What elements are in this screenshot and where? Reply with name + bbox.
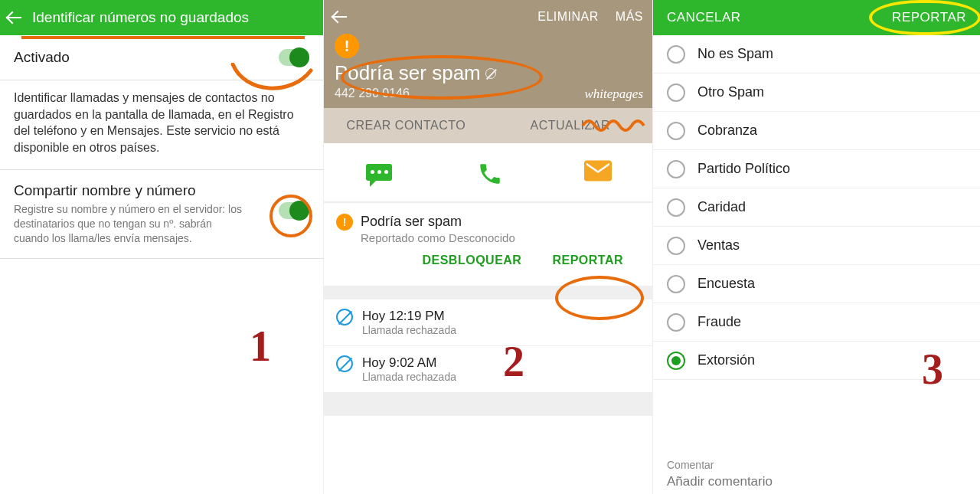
step-number-1: 1: [250, 322, 271, 371]
radio-icon: [667, 237, 685, 255]
report-button[interactable]: REPORTAR: [552, 254, 623, 267]
settings-panel: Identificar números no guardados Activad…: [0, 0, 324, 494]
provider-label: whitepages: [585, 87, 644, 102]
call-log-entry[interactable]: Hoy 9:02 AM Llamada rechazada: [324, 346, 652, 393]
report-panel: CANCELAR REPORTAR No es SpamOtro SpamCob…: [653, 0, 980, 494]
back-icon[interactable]: [8, 9, 24, 26]
settings-description: Identificar llamadas y mensajes de conta…: [0, 80, 323, 170]
call-log: Hoy 12:19 PM Llamada rechazada Hoy 9:02 …: [324, 299, 652, 393]
share-toggle[interactable]: [279, 202, 309, 219]
message-icon[interactable]: [364, 157, 394, 188]
spam-category-option[interactable]: Fraude: [653, 303, 980, 342]
spam-category-option[interactable]: No es Spam: [653, 35, 980, 74]
spam-category-option[interactable]: Partido Político: [653, 150, 980, 188]
call-log-entry[interactable]: Hoy 12:19 PM Llamada rechazada: [324, 299, 652, 346]
quick-actions: [324, 143, 652, 203]
divider: [324, 393, 652, 416]
update-button[interactable]: ACTUALIZAR: [488, 108, 653, 143]
radio-label: Partido Político: [697, 161, 790, 177]
spam-category-option[interactable]: Otro Spam: [653, 74, 980, 112]
radio-icon: [667, 45, 685, 64]
radio-icon: [667, 313, 685, 332]
share-row: Compartir nombre y número Registre su no…: [0, 170, 323, 259]
rejected-icon: [336, 355, 353, 372]
radio-label: Extorsión: [697, 352, 755, 368]
comment-input[interactable]: [667, 471, 966, 494]
radio-icon: [667, 275, 685, 293]
radio-label: Fraude: [697, 314, 741, 330]
spam-title-text: Podría ser spam: [335, 61, 481, 85]
share-description: Registre su nombre y número en el servid…: [14, 202, 243, 246]
radio-icon: [667, 122, 685, 140]
contact-detail-panel: ELIMINAR MÁS ! Podría ser spam 442 290 0…: [324, 0, 653, 494]
spam-card: ! Podría ser spam Reportado como Descono…: [324, 203, 652, 286]
radio-label: Otro Spam: [697, 84, 764, 100]
radio-icon: [667, 160, 685, 178]
rejected-icon: [336, 309, 353, 326]
warning-icon-small: !: [336, 214, 353, 231]
unblock-button[interactable]: DESBLOQUEAR: [422, 254, 521, 267]
comment-label: Comentar: [667, 459, 966, 471]
radio-icon: [667, 83, 685, 102]
contact-actions-bar: CREAR CONTACTO ACTUALIZAR: [324, 108, 652, 143]
warning-icon: !: [335, 34, 359, 58]
activated-toggle[interactable]: [279, 49, 309, 66]
spam-card-subtitle: Reportado como Desconocido: [361, 231, 515, 244]
step-number-2: 2: [503, 337, 524, 386]
radio-icon: [667, 198, 685, 217]
radio-label: Ventas: [697, 237, 740, 254]
activated-row: Activado: [0, 35, 323, 80]
spam-card-title: Podría ser spam: [361, 214, 515, 230]
settings-title: Identificar números no guardados: [32, 9, 249, 26]
radio-icon: [667, 352, 685, 370]
call-status: Llamada rechazada: [362, 371, 456, 383]
spam-category-option[interactable]: Ventas: [653, 227, 980, 265]
create-contact-button[interactable]: CREAR CONTACTO: [324, 108, 488, 143]
report-titlebar: CANCELAR REPORTAR: [653, 0, 980, 35]
divider: [324, 286, 652, 299]
spam-category-option[interactable]: Caridad: [653, 188, 980, 227]
comment-section: Comentar: [653, 456, 980, 494]
radio-label: Encuesta: [697, 276, 755, 292]
report-submit-button[interactable]: REPORTAR: [892, 10, 966, 25]
spam-category-option[interactable]: Cobranza: [653, 112, 980, 150]
settings-titlebar: Identificar números no guardados: [0, 0, 323, 35]
share-title: Compartir nombre y número: [14, 182, 309, 199]
more-button[interactable]: MÁS: [616, 10, 643, 24]
radio-label: Caridad: [697, 199, 746, 215]
radio-label: Cobranza: [697, 123, 757, 139]
call-status: Llamada rechazada: [362, 324, 456, 336]
step-number-3: 3: [922, 345, 943, 394]
delete-button[interactable]: ELIMINAR: [537, 10, 599, 24]
spam-category-option[interactable]: Encuesta: [653, 265, 980, 303]
blocked-icon: [485, 68, 496, 79]
call-time: Hoy 12:19 PM: [362, 309, 456, 324]
cancel-button[interactable]: CANCELAR: [667, 10, 741, 25]
back-icon[interactable]: [333, 8, 350, 25]
mail-icon[interactable]: [583, 157, 613, 188]
activated-label: Activado: [14, 49, 70, 65]
spam-title: Podría ser spam: [335, 61, 496, 85]
call-icon[interactable]: [473, 157, 504, 188]
contact-header: ELIMINAR MÁS ! Podría ser spam 442 290 0…: [324, 0, 652, 143]
radio-label: No es Spam: [697, 46, 773, 62]
call-time: Hoy 9:02 AM: [362, 355, 456, 371]
